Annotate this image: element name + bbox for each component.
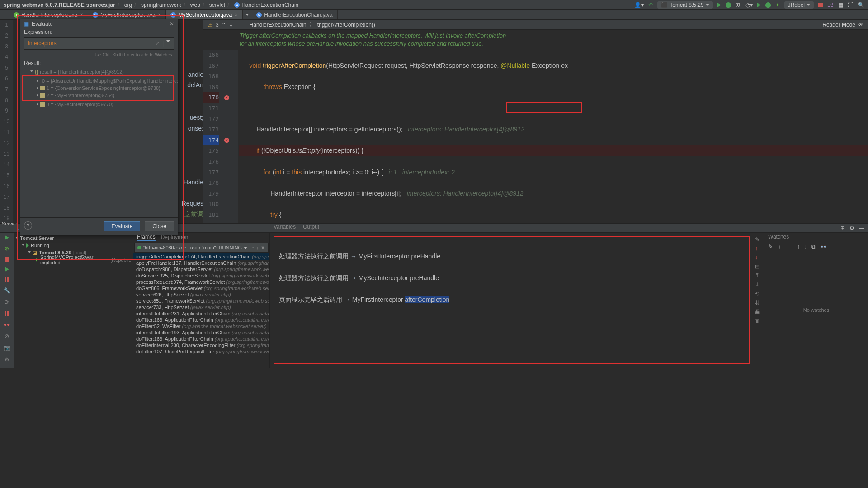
code-content[interactable]: void triggerAfterCompletion(HttpServletR… bbox=[239, 50, 868, 223]
glasses-icon[interactable]: 👓 bbox=[820, 244, 827, 250]
jrebel-selector[interactable]: JRebel bbox=[784, 1, 814, 9]
top-icon[interactable]: ⤒ bbox=[755, 272, 762, 279]
tab-output[interactable]: Output bbox=[303, 224, 319, 230]
crumb-pkg[interactable]: servlet bbox=[209, 2, 225, 8]
frame-row[interactable]: doFilter:107, OncePerRequestFilter (org.… bbox=[133, 348, 269, 355]
jrebel-icon[interactable]: ✦ bbox=[775, 2, 780, 8]
tree-item[interactable]: 2 = {MyFirstInterceptor@9754} bbox=[47, 93, 114, 98]
close-icon[interactable]: ✕ bbox=[234, 12, 238, 17]
crumb-pkg[interactable]: springframework bbox=[141, 2, 181, 8]
frame-row[interactable]: doDispatch:986, DispatcherServlet (org.s… bbox=[133, 266, 269, 272]
reload-icon[interactable]: ⟳ bbox=[5, 299, 9, 305]
frame-row[interactable]: doFilterInternal:200, CharacterEncodingF… bbox=[133, 342, 269, 348]
server-node[interactable]: Tomcat Server bbox=[20, 235, 54, 241]
tree-item[interactable]: 0 = {AbstractUrlHandlerMapping$PathExpos… bbox=[42, 78, 178, 84]
settings-icon[interactable]: ⚙ bbox=[849, 225, 854, 231]
expand-icon[interactable] bbox=[22, 244, 24, 247]
expand-icon[interactable] bbox=[15, 237, 18, 240]
settings2-icon[interactable]: ⚙ bbox=[5, 357, 9, 363]
open-browser-icon[interactable]: ⊕ bbox=[5, 245, 9, 252]
stack-icon[interactable]: ⊟ bbox=[755, 263, 762, 270]
view-breakpoints-icon[interactable]: ●● bbox=[4, 321, 10, 328]
clear-icon[interactable]: 🗑 bbox=[755, 318, 762, 324]
services-toolwindow-label[interactable]: Service bbox=[0, 220, 20, 227]
up-icon[interactable]: ↑ bbox=[755, 245, 762, 252]
artifact-node[interactable]: SpringMVCProject5:war exploded bbox=[40, 254, 108, 265]
server-tree[interactable]: Tomcat Server Running ◪ Tomcat 8.5.29 [l… bbox=[14, 233, 133, 368]
nav-up-icon[interactable]: ⌃ bbox=[222, 22, 226, 28]
frame-row[interactable]: internalDoFilter:231, ApplicationFilterC… bbox=[133, 310, 269, 317]
filter-icon[interactable]: ▼ bbox=[260, 245, 265, 250]
layout-settings-icon[interactable]: ⊞ bbox=[840, 225, 845, 231]
tab-variables[interactable]: Variables bbox=[274, 224, 296, 230]
breakpoint-gutter[interactable] bbox=[222, 50, 231, 223]
new-watch-icon[interactable]: ✎ bbox=[768, 244, 773, 250]
tab-handlerexecutionchain[interactable]: CHandlerExecutionChain.java bbox=[252, 10, 337, 19]
mute-breakpoints-icon[interactable]: ⊘ bbox=[5, 333, 9, 339]
close-icon[interactable]: ✕ bbox=[170, 21, 174, 27]
crumb-pkg[interactable]: org bbox=[124, 2, 132, 8]
crumb-pkg[interactable]: web bbox=[190, 2, 200, 8]
frame-row[interactable]: doGet:866, FrameworkServlet (org.springf… bbox=[133, 285, 269, 291]
thread-selector[interactable]: "http-nio-8080-exec...roup "main": RUNNI… bbox=[134, 243, 269, 253]
back-icon[interactable]: ↶ bbox=[648, 2, 653, 8]
expand-icon[interactable] bbox=[30, 70, 33, 74]
remove-watch-icon[interactable]: － bbox=[787, 243, 793, 251]
debug2-icon[interactable] bbox=[765, 2, 771, 8]
nav-down-icon[interactable]: ⌄ bbox=[229, 22, 233, 28]
close-button[interactable]: Close bbox=[145, 221, 174, 231]
crumb-file[interactable]: HandlerExecutionChain bbox=[241, 2, 298, 8]
close-icon[interactable]: ✕ bbox=[157, 12, 161, 17]
add-watch-icon[interactable]: ＋ bbox=[777, 243, 783, 251]
debug-icon[interactable] bbox=[726, 2, 731, 8]
layout-icon[interactable]: ▦ bbox=[838, 2, 843, 8]
run-icon[interactable] bbox=[717, 3, 721, 7]
help-icon[interactable]: ? bbox=[24, 221, 32, 230]
result-tree[interactable]: {}result = {HandlerInterceptor[4]@8912} … bbox=[20, 66, 178, 217]
wrap-icon[interactable]: ⟲ bbox=[755, 291, 762, 297]
print-icon[interactable]: 🖶 bbox=[755, 309, 762, 315]
coverage-icon[interactable]: ⛨ bbox=[736, 2, 741, 8]
breakpoint-icon[interactable] bbox=[224, 138, 229, 143]
breakpoint-icon[interactable] bbox=[224, 95, 229, 100]
more-tabs-icon[interactable] bbox=[245, 14, 249, 16]
code-editor[interactable]: 166167168169 170171172173 174175176177 1… bbox=[203, 50, 868, 223]
eye-icon[interactable]: 👁 bbox=[858, 22, 863, 28]
reader-mode-label[interactable]: Reader Mode bbox=[822, 22, 855, 28]
frames-list[interactable]: triggerAfterCompletion:174, HandlerExecu… bbox=[133, 253, 269, 368]
tab-myfirstinterceptor[interactable]: CMyFirstInterceptor.java✕ bbox=[88, 10, 166, 19]
expand-icon[interactable] bbox=[37, 103, 38, 106]
expand-icon[interactable] bbox=[37, 87, 38, 89]
close-icon[interactable]: ✕ bbox=[80, 12, 83, 17]
fold-gutter[interactable] bbox=[231, 50, 239, 223]
stop-icon[interactable] bbox=[5, 257, 9, 262]
restore-icon[interactable]: ⛶ bbox=[848, 2, 853, 8]
frame-row[interactable]: internalDoFilter:193, ApplicationFilterC… bbox=[133, 329, 269, 336]
watch-up-icon[interactable]: ↑ bbox=[797, 244, 800, 250]
down-icon[interactable]: ↓ bbox=[755, 254, 762, 261]
search-icon[interactable]: 🔍 bbox=[858, 2, 864, 8]
frame-row[interactable]: service:851, FrameworkServlet (org.sprin… bbox=[133, 298, 269, 304]
expression-input[interactable]: interceptors ⤢| bbox=[24, 37, 174, 50]
frame-row[interactable]: service:733, HttpServlet (javax.servlet.… bbox=[133, 304, 269, 310]
pause2-icon[interactable] bbox=[5, 311, 9, 316]
crumb-class[interactable]: HandlerExecutionChain bbox=[250, 22, 307, 28]
running-node[interactable]: Running bbox=[31, 243, 49, 248]
history-dropdown-icon[interactable] bbox=[166, 40, 170, 47]
rerun-icon[interactable] bbox=[5, 235, 9, 240]
run2-icon[interactable] bbox=[757, 3, 761, 7]
frame-row[interactable]: applyPreHandle:137, HandlerExecutionChai… bbox=[133, 260, 269, 266]
resume-icon[interactable] bbox=[5, 267, 9, 272]
copy-icon[interactable]: ⧉ bbox=[811, 244, 816, 250]
tree-item[interactable]: 1 = {ConversionServiceExposingIntercepto… bbox=[47, 85, 160, 91]
profile-icon[interactable]: ◔▾ bbox=[745, 2, 753, 8]
prev-thread-icon[interactable]: ↑ bbox=[252, 245, 255, 250]
console-output[interactable]: 处理器方法执行之前调用 → MyFirstInterceptor preHand… bbox=[274, 236, 750, 364]
bottom-icon[interactable]: ⤓ bbox=[755, 282, 762, 288]
wrench-icon[interactable]: 🔧 bbox=[4, 287, 10, 294]
frame-row[interactable]: doFilter:52, WsFilter (org.apache.tomcat… bbox=[133, 323, 269, 329]
project-root[interactable]: spring-webmvc-5.0.7.RELEASE-sources.jar bbox=[4, 2, 115, 8]
tab-handlerinterceptor[interactable]: IHandlerInterceptor.java✕ bbox=[9, 10, 88, 19]
frame-row[interactable]: triggerAfterCompletion:174, HandlerExecu… bbox=[133, 253, 269, 260]
result-root[interactable]: result = {HandlerInterceptor[4]@8912} bbox=[40, 69, 124, 75]
